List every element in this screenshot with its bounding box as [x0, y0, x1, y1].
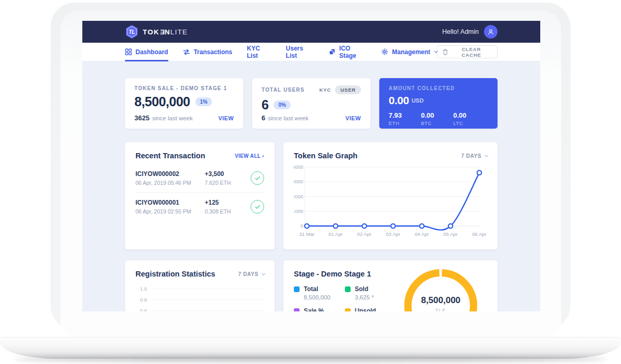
view-link[interactable]: VIEW [345, 115, 361, 121]
breakdown-eth: 7.93 ETH [389, 111, 421, 126]
legend-swatch [294, 286, 300, 292]
amount-collected-card: AMOUNT COLLECTED 0.00 USD 7.93 ETH 0.00 … [379, 78, 498, 129]
legend-label: Unsold [355, 307, 376, 311]
breakdown-value: 0.00 [421, 111, 453, 119]
currency-label: USD [412, 97, 424, 104]
range-dropdown[interactable]: 7 DAYS [238, 271, 264, 277]
legend-item-unsold: Unsold [345, 307, 407, 311]
transaction-id: ICIYOW000001 [135, 199, 205, 206]
tab-kyc[interactable]: KYC [319, 87, 331, 93]
card-label: AMOUNT COLLECTED [389, 85, 488, 91]
axis-row: 0.8 [135, 294, 264, 305]
transaction-amount: +125 [205, 199, 251, 206]
brand-logo[interactable]: TL TOKENLITE [125, 24, 188, 39]
stage-card: Stage - Demo Stage 1 Total 8,500,000 Sol… [283, 260, 498, 311]
data-point [391, 224, 395, 228]
axis-row: 0.6 [135, 305, 264, 311]
transaction-row[interactable]: ICIYOW000001 06 Apr, 2019 02:55 PM +125 … [135, 192, 264, 221]
nav-item-users-list[interactable]: Users List [286, 43, 314, 61]
cube-icon [329, 48, 336, 55]
legend-item-sale-pct: Sale % [294, 307, 345, 311]
donut-unit: TLE [402, 307, 480, 311]
middle-row: Recent Transaction VIEW ALL › ICIYOW0000… [125, 142, 498, 249]
token-sale-value: 8,500,000 [134, 94, 190, 109]
data-point [419, 224, 424, 228]
y-gridline [151, 299, 264, 300]
nav-item-dashboard[interactable]: Dashboard [125, 43, 168, 61]
data-point [449, 224, 453, 228]
nav-item-management[interactable]: Management [381, 43, 436, 61]
view-link[interactable]: VIEW [218, 115, 234, 121]
breakdown-btc: 0.00 BTC [421, 111, 453, 126]
x-tick-label: 04 Apr [415, 231, 429, 237]
legend-value: 8,500,000 [304, 294, 345, 300]
axis-row: 1.0 [135, 283, 264, 294]
legend-swatch [294, 308, 300, 312]
legend-item-total: Total 8,500,000 [294, 285, 345, 300]
amount-usd-value: 0.00 [389, 94, 409, 107]
registration-chart-axis: 1.00.80.6 [135, 283, 264, 311]
breakdown-unit: ETH [389, 120, 421, 126]
avatar[interactable] [484, 25, 498, 39]
nav-item-kyc-list[interactable]: KYC List [247, 43, 271, 61]
nav-label: Dashboard [135, 48, 168, 56]
transaction-crypto: 7.620 ETH [205, 180, 251, 186]
y-tick-label: 1000 [294, 208, 303, 214]
confirmed-check-icon [251, 171, 264, 185]
legend-swatch [345, 286, 351, 292]
confirmed-check-icon [251, 200, 264, 214]
range-label: 7 DAYS [461, 153, 481, 159]
nav-label: ICO Stage [339, 45, 367, 59]
nav-item-ico-stage[interactable]: ICO Stage [329, 43, 367, 61]
swap-icon [183, 49, 190, 55]
breakdown-ltc: 0.00 LTC [453, 111, 486, 126]
y-tick-label: 0.6 [135, 308, 147, 311]
top-bar: TL TOKENLITE Hello! Admin [82, 21, 540, 43]
card-label: TOTAL USERS [262, 87, 305, 93]
legend-swatch [345, 308, 351, 312]
transaction-amount: +3,500 [205, 170, 251, 178]
nav-label: KYC List [247, 45, 271, 59]
nav-label: Management [392, 48, 430, 56]
tab-user[interactable]: USER [335, 85, 361, 94]
delta-text: since last week [268, 115, 308, 121]
total-users-value: 6 [262, 97, 268, 112]
y-tick-label: 0.8 [135, 297, 147, 303]
delta-text: since last week [152, 115, 193, 121]
stats-row: TOKEN SALE - DEMO STAGE 1 8,500,000 1% 3… [125, 78, 498, 129]
nav-item-transactions[interactable]: Transactions [183, 43, 232, 61]
total-users-card: TOTAL USERS KYC USER 6 0% 6since last we… [252, 78, 370, 129]
range-dropdown[interactable]: 7 DAYS [461, 153, 487, 159]
nav-label: Transactions [194, 48, 232, 56]
transaction-date: 06 Apr, 2019 05:46 PM [135, 180, 205, 186]
y-tick-label: 3000 [294, 179, 303, 184]
laptop-shadow [15, 357, 606, 362]
x-tick-label: 31 Mar [299, 231, 315, 237]
line-series [307, 173, 479, 230]
token-sale-graph-card: Token Sale Graph 7 DAYS 0100020003000400… [283, 142, 498, 249]
y-tick-label: 0 [301, 223, 303, 229]
trash-icon [443, 49, 448, 55]
range-label: 7 DAYS [238, 271, 258, 277]
y-gridline [151, 288, 264, 289]
user-icon [487, 28, 495, 36]
percent-badge: 1% [195, 97, 212, 106]
recent-transactions-card: Recent Transaction VIEW ALL › ICIYOW0000… [125, 142, 275, 249]
token-sale-line-chart: 0100020003000400031 Mar01 Apr02 Apr03 Ap… [294, 163, 486, 242]
donut-center-text: 8,500,000 TLE [402, 295, 480, 311]
transaction-row[interactable]: ICIYOW000002 06 Apr, 2019 05:46 PM +3,50… [135, 164, 264, 192]
gear-icon [381, 48, 388, 55]
token-sale-card: TOKEN SALE - DEMO STAGE 1 8,500,000 1% 3… [125, 78, 243, 129]
legend-value: 3,625 * [355, 294, 407, 300]
clear-cache-button[interactable]: CLEAR CACHE [437, 45, 498, 58]
greeting-text: Hello! Admin [442, 28, 479, 35]
logo-wordmark: TOKENLITE [143, 28, 188, 36]
nav-label: Users List [286, 45, 314, 59]
data-point [477, 170, 481, 174]
transaction-crypto: 0.308 ETH [205, 208, 251, 215]
view-all-link[interactable]: VIEW ALL › [235, 153, 264, 159]
dashboard-screen: TL TOKENLITE Hello! Admin [82, 21, 540, 311]
donut-value: 8,500,000 [402, 295, 480, 306]
y-tick-label: 2000 [294, 194, 303, 199]
legend-item-sold: Sold 3,625 * [345, 285, 407, 300]
